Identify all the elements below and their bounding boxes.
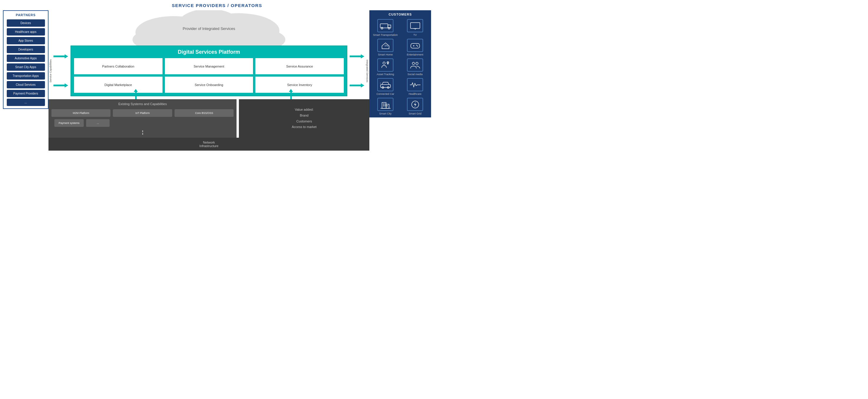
truck-icon — [380, 22, 392, 30]
svg-rect-33 — [384, 105, 385, 106]
cloud-shape-container: Provider of Integrated Services — [127, 10, 291, 48]
customer-label-4: Asset Tracking — [377, 73, 394, 76]
customer-label-0: Smart Transportation — [373, 33, 398, 36]
health-icon — [409, 80, 421, 89]
sys-dots: ... — [86, 119, 110, 127]
arrow-shaft-2 — [290, 92, 292, 99]
dsp-cell-2: Service Assurance — [255, 58, 344, 74]
partner-item-5[interactable]: Smart City Apps — [7, 63, 45, 71]
right-arrow-top — [350, 54, 364, 59]
dsp-grid: Partners Collaboration Service Managemen… — [74, 58, 344, 93]
dsp-box: Digital Services Platform Partners Colla… — [70, 45, 347, 96]
customer-label-8: Smart City — [379, 112, 392, 115]
integrated-services-label: Integrated Services — [366, 60, 369, 82]
dsp-cell-3: Digital Marketplace — [74, 77, 162, 93]
main-wrapper: SERVICE PROVIDERS / OPERATORS PARTNERS D… — [0, 0, 434, 151]
customer-item-social-media[interactable]: Social media — [401, 59, 429, 76]
wifi-home-icon: ((•)) — [380, 41, 392, 50]
tv-icon — [409, 22, 421, 30]
value-added-line1: Customers — [297, 119, 312, 125]
sys-bss: Core BSS/OSS — [175, 109, 234, 117]
value-added-box: Value added: Brand Customers Access to m… — [239, 99, 369, 138]
lightning-icon — [409, 100, 421, 109]
content-row: PARTNERS Devices Healthcare apps App Sto… — [0, 10, 434, 151]
center-panel: Provider of Integrated Services Service … — [49, 10, 369, 151]
customer-label-6: Connected Car — [376, 93, 394, 95]
customer-label-3: Entertainment — [407, 53, 423, 56]
svg-point-21 — [412, 62, 414, 65]
svg-point-19 — [383, 62, 385, 64]
partner-item-7[interactable]: Cloud Services — [7, 81, 45, 88]
svg-point-18 — [417, 45, 418, 46]
value-added-title: Value added: — [295, 107, 313, 113]
customer-label-7: Healthcare — [409, 93, 422, 95]
customer-item-smart-transportation[interactable]: Smart Transportation — [372, 19, 399, 36]
left-arrow-bottom — [54, 84, 68, 88]
arrow-icon-right-bottom — [350, 84, 364, 88]
healthcare-icon-box — [407, 78, 423, 91]
sys-row-1: M2M Platform IoT Platform Core BSS/OSS — [52, 109, 234, 117]
partner-item-4[interactable]: Automotive Apps — [7, 55, 45, 62]
cloud-text: Provider of Integrated Services — [127, 26, 291, 31]
arrow-icon-left-top — [54, 54, 68, 59]
dashed-line — [142, 130, 143, 135]
people-location-icon — [380, 61, 392, 70]
car-icon — [380, 80, 392, 89]
partner-item-0[interactable]: Devices — [7, 20, 45, 27]
gamepad-icon — [409, 41, 421, 50]
value-added-line2: Access to market — [292, 124, 316, 130]
svg-point-8 — [381, 27, 383, 29]
arrow-icon-left-bottom — [54, 84, 68, 88]
smart-home-icon-box: ((•)) — [377, 39, 394, 52]
svg-point-22 — [416, 62, 418, 65]
value-added-line0: Brand — [300, 113, 309, 119]
right-arrow-bottom — [350, 84, 364, 88]
customer-item-entertainment[interactable]: Entertainment — [401, 39, 429, 56]
partner-item-2[interactable]: App Stores — [7, 37, 45, 44]
customer-label-1: TV — [413, 33, 417, 36]
dsp-cell-4: Service Onboarding — [165, 77, 253, 93]
building-icon — [380, 100, 392, 109]
entertainment-icon-box — [407, 39, 423, 52]
connected-car-icon-box — [377, 78, 394, 91]
customer-label-2: Smart Home — [378, 53, 393, 56]
dsp-cell-0: Partners Collaboration — [74, 58, 162, 74]
sys-payment: Payment systems — [54, 119, 84, 127]
svg-line-27 — [380, 82, 380, 83]
svg-marker-37 — [414, 102, 416, 107]
customer-item-asset-tracking[interactable]: Asset Tracking — [372, 59, 399, 76]
partner-item-1[interactable]: Healthcare apps — [7, 28, 45, 36]
svg-point-9 — [388, 27, 390, 29]
customer-label-9: Smart Grid — [409, 112, 422, 115]
dashed-line-container — [142, 130, 143, 135]
customer-item-smart-city[interactable]: Smart City — [372, 98, 399, 115]
customer-item-smart-home[interactable]: ((•)) Smart Home — [372, 39, 399, 56]
arrow-head-icon-2 — [289, 89, 293, 92]
network-text: Network Infrastructure — [52, 141, 366, 148]
customer-label-5: Social media — [408, 73, 423, 76]
partner-item-9[interactable]: ... — [7, 99, 45, 106]
partner-item-6[interactable]: Transportation Apps — [7, 72, 45, 79]
below-dsp-row: Existing Systems and Capabilities M2M Pl… — [49, 99, 369, 138]
svg-rect-31 — [384, 104, 385, 104]
partner-item-8[interactable]: Payment Providers — [7, 90, 45, 97]
customer-item-smart-grid[interactable]: Smart Grid — [401, 98, 429, 115]
network-box: Network Infrastructure — [49, 138, 369, 151]
customers-panel: CUSTOMERS Smart Transportation — [369, 10, 431, 118]
asset-tracking-icon-box — [377, 59, 394, 72]
dsp-cell-5: Service Inventory — [255, 77, 344, 93]
partner-item-3[interactable]: Developers — [7, 46, 45, 53]
people-icon — [409, 61, 421, 70]
existing-systems-box: Existing Systems and Capabilities M2M Pl… — [49, 99, 237, 138]
smart-grid-icon-box — [407, 98, 423, 111]
customer-item-connected-car[interactable]: Connected Car — [372, 78, 399, 95]
existing-title: Existing Systems and Capabilities — [118, 102, 167, 106]
customer-item-healthcare[interactable]: Healthcare — [401, 78, 429, 95]
left-arrow-top — [54, 54, 68, 59]
smart-city-icon-box — [377, 98, 394, 111]
svg-rect-30 — [383, 104, 384, 104]
customer-item-tv[interactable]: TV — [401, 19, 429, 36]
arrow-icon-right-top — [350, 54, 364, 59]
partners-panel: PARTNERS Devices Healthcare apps App Sto… — [3, 10, 49, 109]
platform-area: Service Capabilities Digital Services Pl… — [49, 45, 369, 96]
